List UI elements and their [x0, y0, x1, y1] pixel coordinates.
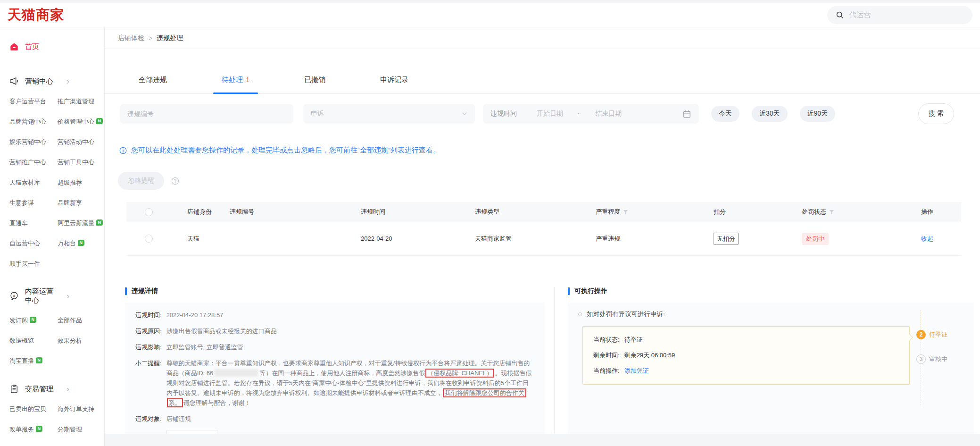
sidebar-item[interactable]: 推广渠道管理	[58, 97, 104, 106]
sidebar-item[interactable]: 品牌营销中心	[9, 118, 58, 126]
svg-text:#: #	[13, 294, 16, 298]
detail-section-body: 违规时间:2022-04-20 17:28:57违规原因:涉嫌出售假冒商品或未经…	[125, 303, 545, 446]
detail-field-value: 2022-04-20 17:28:57	[166, 310, 224, 320]
sidebar-item[interactable]: 数据概览	[9, 337, 58, 345]
filter-funnel-icon[interactable]	[829, 210, 834, 215]
column-header: 严重程度	[596, 208, 714, 216]
table-row: 天猫 2022-04-20 天猫商家监管 严重违规 无扣分 处罚中 收起	[126, 222, 961, 256]
tab-label: 待处理	[222, 76, 243, 84]
column-header: 违规编号	[230, 208, 361, 216]
violation-no-input[interactable]	[120, 104, 293, 124]
search-button[interactable]: 搜 索	[918, 103, 954, 124]
sidebar-item[interactable]: 价格管理中心N	[58, 118, 104, 126]
sidebar-section-marketing-center[interactable]: 营销中心›	[0, 76, 104, 86]
sidebar-item-label: 万相台	[58, 240, 76, 247]
sidebar-item[interactable]: 品牌新享	[58, 199, 104, 207]
table-header: 店铺身份违规编号违规时间违规类型严重程度扣分处罚状态操作	[126, 202, 961, 222]
breadcrumb-parent[interactable]: 店铺体检	[118, 34, 144, 42]
deduction-tag: 无扣分	[714, 233, 739, 245]
sidebar-item[interactable]: 营销活动中心	[58, 138, 104, 146]
current-status-label: 当前状态:	[593, 335, 620, 345]
tab-全部违规[interactable]: 全部违规	[138, 76, 168, 93]
sidebar-item-label: 品牌营销中心	[9, 118, 46, 125]
sidebar-item[interactable]: 海外订单支持	[58, 405, 104, 413]
quick-range-pill[interactable]: 今天	[711, 106, 739, 122]
search-placeholder: 代运营	[849, 10, 871, 19]
breadcrumb: 店铺体检 > 违规处理	[105, 27, 980, 49]
sidebar-item[interactable]: 改单服务N	[9, 425, 58, 434]
quick-range-pill[interactable]: 近30天	[752, 106, 788, 122]
sidebar-item[interactable]: 娱乐营销中心	[9, 138, 58, 146]
sidebar-item[interactable]: 客户运营平台	[9, 97, 58, 106]
sidebar-item[interactable]: 已卖出的宝贝	[9, 405, 58, 413]
sidebar-item[interactable]: 分期管理	[58, 425, 104, 434]
tab-待处理[interactable]: 待处理1	[221, 76, 250, 93]
global-search[interactable]: 代运营	[827, 6, 972, 24]
calendar-icon[interactable]	[682, 109, 691, 118]
filter-funnel-icon[interactable]	[623, 210, 628, 215]
detail-field-label: 违规时间:	[135, 310, 162, 320]
column-header: 店铺身份	[187, 208, 230, 216]
sidebar-item[interactable]: 淘宝直播N	[9, 357, 58, 365]
sidebar-section-label: 营销中心	[25, 77, 53, 86]
detail-field: 违规影响:立即监管账号; 立即普通监管;	[135, 342, 534, 352]
end-date-field[interactable]: 结束日期	[595, 109, 622, 118]
detail-field: 违规原因:涉嫌出售假冒商品或未经报关的进口商品	[135, 326, 534, 336]
sidebar-item[interactable]: 天猫素材库	[9, 178, 58, 187]
select-all-checkbox[interactable]	[145, 208, 153, 216]
step-number: 2	[916, 330, 926, 339]
info-icon	[119, 146, 127, 155]
sidebar-item-label: 营销工具中心	[58, 159, 94, 166]
sidebar-item[interactable]: 万相台N	[58, 239, 104, 248]
detail-field: 违规时间:2022-04-20 17:28:57	[135, 310, 534, 320]
range-separator: ~	[577, 110, 581, 118]
row-checkbox[interactable]	[145, 235, 153, 243]
new-badge: N	[96, 118, 103, 124]
add-evidence-link[interactable]: 添加凭证	[624, 366, 649, 376]
appeal-select[interactable]: 申诉	[303, 104, 475, 124]
sidebar-item-label: 客户运营平台	[9, 98, 46, 105]
sidebar-item-label: 已卖出的宝贝	[9, 405, 46, 412]
column-header: 操作	[921, 208, 961, 216]
sidebar-item-home[interactable]: 首页	[0, 36, 104, 58]
detail-field-value: 立即监管账号; 立即普通监管;	[166, 342, 245, 352]
violation-time-range[interactable]: 违规时间 开始日期 ~ 结束日期	[483, 104, 699, 124]
sidebar-item[interactable]: 全部作品	[58, 316, 104, 325]
sidebar-item[interactable]: 营销工具中心	[58, 158, 104, 167]
current-status-value: 待举证	[624, 335, 643, 345]
sidebar-item[interactable]: 发订阅N	[9, 316, 58, 325]
start-date-field[interactable]: 开始日期	[537, 109, 563, 118]
violations-table: 店铺身份违规编号违规时间违规类型严重程度扣分处罚状态操作 天猫 2022-04-…	[126, 202, 961, 256]
staff-reminder: 小二提醒: 尊敬的天猫商家：平台一贯尊重知识产权，也要求商家尊重他人知识产权，对…	[135, 358, 534, 408]
home-icon	[9, 42, 19, 51]
violation-object-row: 违规对象: 店铺违规	[135, 414, 534, 424]
step-label: 审核中	[929, 355, 947, 363]
sidebar-section-content-operation-center[interactable]: #内容运营中心›	[0, 287, 104, 305]
sidebar-item[interactable]: 直通车	[9, 219, 58, 227]
tab-label: 全部违规	[139, 76, 167, 84]
tab-已撤销[interactable]: 已撤销	[303, 76, 326, 93]
tab-申诉记录[interactable]: 申诉记录	[379, 76, 409, 93]
breadcrumb-current: 违规处理	[157, 34, 183, 42]
sidebar-item[interactable]: 自运营中心	[9, 239, 58, 248]
sidebar-item-label: 全部作品	[58, 317, 82, 324]
appeal-steps-timeline: 2待举证3审核中	[916, 326, 963, 385]
sidebar-item[interactable]: 营销推广中心	[9, 158, 58, 167]
appeal-select-placeholder: 申诉	[311, 109, 324, 118]
sidebar-item[interactable]: 效果分析	[58, 337, 104, 345]
sidebar-item-label: 发订阅	[9, 317, 28, 324]
sidebar-item-label: 首页	[25, 42, 39, 51]
sidebar-item[interactable]: 顺手买一件	[9, 260, 58, 268]
sidebar-item[interactable]: 生意参谋	[9, 199, 58, 207]
sidebar-section-trade-management[interactable]: 交易管理›	[0, 384, 104, 394]
question-icon[interactable]	[171, 177, 180, 185]
collapse-link[interactable]: 收起	[921, 235, 961, 243]
sidebar-item[interactable]: 超级推荐	[58, 178, 104, 187]
ignore-reminder-button[interactable]: 忽略提醒	[118, 172, 164, 190]
actions-section-body: 如对处罚有异议可进行申诉: 当前状态:待举证 剩余时间:剩余29天 06:00:…	[568, 303, 974, 446]
quick-range-pill[interactable]: 近90天	[800, 106, 836, 122]
search-icon	[835, 10, 844, 19]
actions-section-title: 可执行操作	[568, 287, 974, 295]
sidebar-item[interactable]: 阿里云新流量N	[58, 219, 104, 227]
sidebar-item-label: 营销推广中心	[9, 159, 46, 166]
